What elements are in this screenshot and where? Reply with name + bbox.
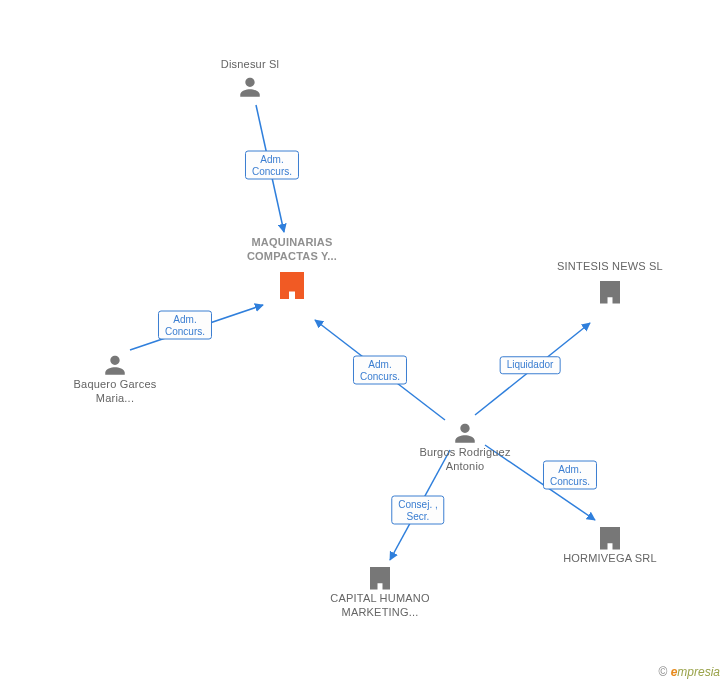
node-label: Burgos Rodriguez Antonio (405, 446, 525, 474)
building-icon (595, 522, 625, 552)
edge-label-disnesur-maquinarias[interactable]: Adm. Concurs. (245, 151, 299, 180)
building-icon (274, 266, 310, 302)
node-label: Baquero Garces Maria... (55, 378, 175, 406)
node-burgos[interactable]: Burgos Rodriguez Antonio (405, 418, 525, 474)
person-icon (452, 420, 478, 446)
node-baquero[interactable]: Baquero Garces Maria... (55, 350, 175, 406)
node-capital[interactable]: CAPITAL HUMANO MARKETING... (320, 560, 440, 620)
copyright-symbol: © (658, 665, 667, 679)
person-icon (237, 74, 263, 100)
copyright: © empresia (658, 665, 720, 679)
edge-label-burgos-hormivega[interactable]: Adm. Concurs. (543, 461, 597, 490)
edge-label-burgos-maquinarias[interactable]: Adm. Concurs. (353, 356, 407, 385)
building-icon (365, 562, 395, 592)
node-disnesur[interactable]: Disnesur Sl (190, 58, 310, 100)
edge-label-burgos-capital[interactable]: Consej. , Secr. (391, 496, 444, 525)
brand-rest: mpresia (677, 665, 720, 679)
edge-label-burgos-sintesis[interactable]: Liquidador (500, 356, 561, 374)
node-hormivega[interactable]: HORMIVEGA SRL (550, 520, 670, 566)
node-label: CAPITAL HUMANO MARKETING... (320, 592, 440, 620)
building-icon (595, 276, 625, 306)
node-maquinarias[interactable]: MAQUINARIAS COMPACTAS Y... (232, 236, 352, 302)
edge-label-baquero-maquinarias[interactable]: Adm. Concurs. (158, 311, 212, 340)
node-label: Disnesur Sl (190, 58, 310, 72)
node-sintesis[interactable]: SINTESIS NEWS SL (550, 260, 670, 306)
diagram-canvas: Adm. Concurs. Adm. Concurs. Adm. Concurs… (0, 0, 728, 685)
node-label: MAQUINARIAS COMPACTAS Y... (232, 236, 352, 264)
node-label: HORMIVEGA SRL (550, 552, 670, 566)
person-icon (102, 352, 128, 378)
node-label: SINTESIS NEWS SL (550, 260, 670, 274)
